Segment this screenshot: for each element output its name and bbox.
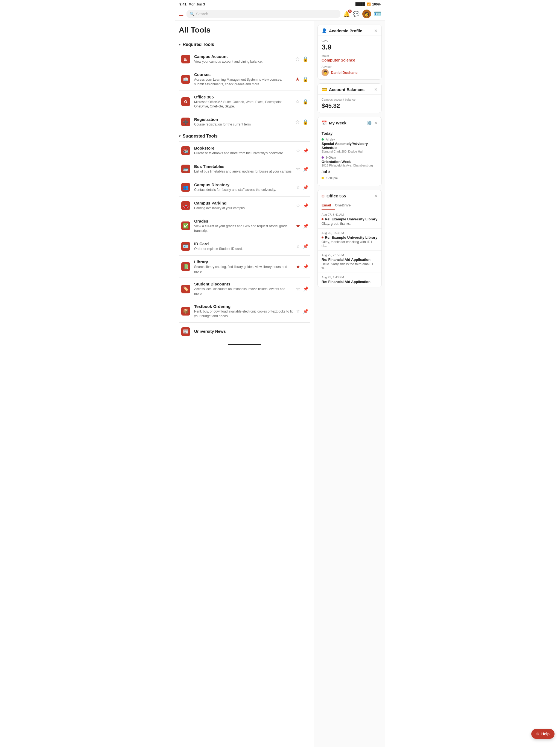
tool-bus-timetables[interactable]: 🚌 Bus Timetables List of bus timetables …	[179, 160, 310, 178]
email-item-1[interactable]: Aug 27, 8:41 AM Re: Example University L…	[318, 210, 381, 229]
grades-pin[interactable]: 📌	[303, 223, 308, 229]
textbook-pin[interactable]: 📌	[303, 309, 308, 314]
directory-text: Campus Directory Contact details for fac…	[194, 182, 292, 192]
tool-grades[interactable]: ✅ Grades View a full-list of your grades…	[179, 215, 310, 237]
registration-name: Registration	[194, 117, 292, 122]
advisor-avatar: 👨	[322, 69, 329, 76]
email1-time: Aug 27, 8:41 AM	[322, 213, 378, 216]
grades-star[interactable]: ★	[296, 223, 300, 229]
office365-star[interactable]: ☆	[295, 99, 300, 105]
email-item-2[interactable]: Aug 26, 3:53 PM Re: Example University L…	[318, 229, 381, 251]
courses-lock: 🔒	[302, 76, 308, 82]
account-balances-close[interactable]: ✕	[374, 87, 378, 92]
search-box[interactable]: 🔍 Search	[186, 10, 340, 18]
bus-icon: 🚌	[181, 164, 190, 173]
orientation-name: Orientation Week	[322, 160, 378, 164]
campus-account-star[interactable]: ☆	[295, 56, 300, 62]
my-week-close[interactable]: ✕	[374, 120, 378, 126]
bookstore-star[interactable]: ☆	[296, 148, 300, 154]
directory-star[interactable]: ☆	[296, 184, 300, 190]
library-pin[interactable]: 📌	[303, 264, 308, 269]
gpa-label: GPA	[322, 39, 378, 42]
event-orientation: 9:00am Orientation Week 1015 Philadelphi…	[322, 156, 378, 167]
discounts-star[interactable]: ☆	[296, 286, 300, 292]
office365-text: Office 365 Microsoft Office365 Suite: Ou…	[194, 95, 292, 109]
academic-profile-body: GPA 3.9 Major Computer Science Advisor 👨…	[318, 36, 381, 79]
bookstore-pin[interactable]: 📌	[303, 148, 308, 153]
card-icon[interactable]: 🪪	[374, 10, 381, 18]
suggested-tools-label: Suggested Tools	[183, 134, 218, 138]
parking-icon-wrap: 🚗	[180, 200, 191, 211]
o365-tab-onedrive[interactable]: OneDrive	[335, 201, 355, 210]
orientation-location: 1015 Philadelphia Ave, Chambersburg	[322, 164, 378, 167]
courses-name: Courses	[194, 72, 292, 77]
grades-actions: ★ 📌	[296, 223, 308, 229]
bookstore-icon-wrap: 📚	[180, 146, 191, 156]
tool-office365[interactable]: O Office 365 Microsoft Office365 Suite: …	[179, 91, 310, 113]
tool-campus-directory[interactable]: 👥 Campus Directory Contact details for f…	[179, 178, 310, 196]
library-icon-wrap: 📗	[180, 261, 191, 272]
o365-tabs: Email OneDrive	[318, 201, 381, 210]
parking-name: Campus Parking	[194, 201, 292, 205]
textbook-star[interactable]: ☆	[296, 308, 300, 314]
courses-icon-wrap: 📖	[180, 74, 191, 84]
hamburger-menu[interactable]: ☰	[179, 11, 184, 17]
notifications-button[interactable]: 🔔 3	[343, 11, 350, 17]
courses-star[interactable]: ★	[295, 76, 300, 82]
campus-account-icon-wrap: ⊞	[180, 54, 191, 64]
tool-bookstore[interactable]: 📚 Bookstore Purchase textbooks and more …	[179, 141, 310, 160]
bookstore-text: Bookstore Purchase textbooks and more fr…	[194, 146, 292, 156]
tool-textbook-ordering[interactable]: 📦 Textbook Ordering Rent, buy, or downlo…	[179, 300, 310, 323]
email4-sender: Re: Financial Aid Application	[322, 280, 378, 284]
tool-id-card[interactable]: 🪪 ID Card Order or replace Student ID ca…	[179, 237, 310, 255]
directory-pin[interactable]: 📌	[303, 185, 308, 190]
bus-star[interactable]: ☆	[296, 166, 300, 172]
library-actions: ★ 📌	[296, 264, 308, 269]
email3-preview: Hello. Sorry, this is the third email. I…	[322, 262, 378, 270]
my-week-settings[interactable]: ⚙️	[367, 121, 372, 126]
o365-tab-email[interactable]: Email	[322, 201, 335, 210]
bus-pin[interactable]: 📌	[303, 166, 308, 172]
campus-account-actions: ☆ 🔒	[295, 56, 308, 62]
tool-courses[interactable]: 📖 Courses Access your Learning Managemen…	[179, 68, 310, 91]
my-week-body: Today All day Special Assembly/Advisory …	[318, 128, 381, 186]
academic-profile-close[interactable]: ✕	[374, 28, 378, 33]
office365-close[interactable]: ✕	[374, 193, 378, 199]
status-date: Mon Jun 3	[189, 2, 205, 6]
required-tools-section-header[interactable]: ▾ Required Tools	[179, 40, 310, 50]
chat-icon[interactable]: 💬	[353, 11, 360, 17]
jul3-time: 12:00pm	[322, 176, 378, 180]
directory-desc: Contact details for faculty and staff ac…	[194, 187, 292, 192]
tool-campus-parking[interactable]: 🚗 Campus Parking Parking availability at…	[179, 196, 310, 215]
assembly-location: Edmund Clark 280, Dodge Hall	[322, 150, 378, 153]
id-card-star[interactable]: ☆	[296, 243, 300, 249]
right-panel: 👤 Academic Profile ✕ GPA 3.9 Major Compu…	[314, 21, 385, 747]
balance-label: Campus account balance	[322, 98, 378, 101]
office365-actions: ☆ 🔒	[295, 99, 308, 105]
email-item-3[interactable]: Aug 25, 2:15 PM Re: Financial Aid Applic…	[318, 251, 381, 273]
discounts-desc: Access local discounts on textbooks, mov…	[194, 287, 292, 296]
parking-pin[interactable]: 📌	[303, 203, 308, 208]
textbook-text: Textbook Ordering Rent, buy, or download…	[194, 304, 292, 318]
bus-actions: ☆ 📌	[296, 166, 308, 172]
advisor-name[interactable]: Daniel Dushane	[331, 71, 358, 75]
id-card-pin[interactable]: 📌	[303, 243, 308, 249]
email2-unread-dot	[322, 236, 324, 238]
email-item-4[interactable]: Aug 25, 1:43 PM Re: Financial Aid Applic…	[318, 273, 381, 287]
email2-time: Aug 26, 3:53 PM	[322, 231, 378, 235]
tool-student-discounts[interactable]: 🏷️ Student Discounts Access local discou…	[179, 278, 310, 300]
parking-star[interactable]: ☆	[296, 203, 300, 209]
registration-star[interactable]: ☆	[295, 119, 300, 125]
office365-lock: 🔒	[302, 99, 308, 105]
tool-university-news[interactable]: 📰 University News	[179, 323, 310, 341]
registration-icon-wrap: ➕	[180, 117, 191, 127]
tool-library[interactable]: 📗 Library Search library catalog, find l…	[179, 255, 310, 278]
discounts-pin[interactable]: 📌	[303, 286, 308, 291]
grades-icon-wrap: ✅	[180, 221, 191, 231]
library-star[interactable]: ★	[296, 264, 300, 269]
suggested-tools-section-header[interactable]: ▾ Suggested Tools	[179, 131, 310, 141]
tool-campus-account[interactable]: ⊞ Campus Account View your campus accoun…	[179, 50, 310, 68]
tool-registration[interactable]: ➕ Registration Course registration for t…	[179, 113, 310, 131]
avatar[interactable]: 👩	[362, 9, 371, 18]
balance-amount: $45.32	[322, 102, 378, 109]
